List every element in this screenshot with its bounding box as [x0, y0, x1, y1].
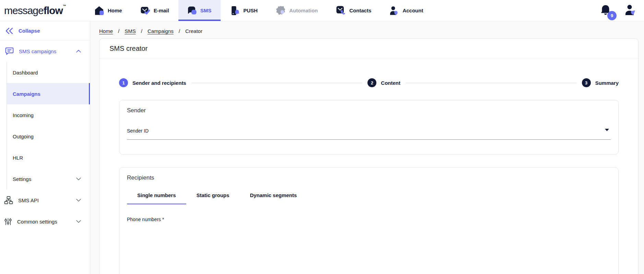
- step-content[interactable]: 2 Content: [367, 78, 400, 87]
- breadcrumb-creator: Creator: [185, 28, 202, 34]
- step-label: Sender and recipients: [132, 80, 186, 86]
- account-icon: [390, 6, 399, 15]
- nav-item-label: E-mail: [154, 8, 169, 13]
- user-menu-button[interactable]: [625, 4, 636, 17]
- tab-single-numbers[interactable]: Single numbers: [127, 189, 186, 204]
- sliders-icon: [4, 218, 12, 226]
- breadcrumb-home[interactable]: Home: [99, 28, 113, 34]
- tab-static-groups[interactable]: Static groups: [186, 189, 240, 204]
- nav-item-label: SMS: [200, 8, 212, 13]
- step-number: 1: [119, 78, 128, 87]
- step-label: Content: [381, 80, 400, 86]
- sitemap-icon: [4, 196, 13, 204]
- step-number: 3: [582, 78, 591, 87]
- recipients-tabs: Single numbers Static groups Dynamic seg…: [127, 189, 611, 204]
- sidebar-collapse-button[interactable]: Collapse: [0, 21, 90, 41]
- sidebar-item-campaigns[interactable]: Campaigns: [7, 83, 90, 104]
- recipients-heading: Recipients: [127, 174, 611, 181]
- chevron-down-icon: [76, 178, 81, 180]
- home-icon: [95, 6, 104, 15]
- breadcrumb-campaigns[interactable]: Campaigns: [148, 28, 174, 34]
- phone-numbers-label: Phone numbers *: [127, 217, 611, 222]
- nav-item-sms[interactable]: SMS: [178, 0, 221, 21]
- breadcrumb-separator: /: [118, 28, 119, 34]
- contacts-icon: [336, 6, 346, 15]
- double-chevron-left-icon: [5, 27, 13, 34]
- chat-bubble-icon: [5, 47, 14, 55]
- nav-item-label: Home: [108, 8, 122, 13]
- sidebar-item-incoming[interactable]: Incoming: [7, 104, 90, 126]
- navbar-right: 9: [600, 0, 644, 21]
- breadcrumb-separator: /: [179, 28, 180, 34]
- sender-heading: Sender: [127, 107, 611, 114]
- nav-item-contacts[interactable]: Contacts: [327, 0, 380, 21]
- sms-creator-card: SMS creator 1 Sender and recipients 2 Co…: [99, 38, 639, 274]
- page-title: SMS creator: [99, 39, 638, 58]
- wizard-stepper: 1 Sender and recipients 2 Content 3 Summ…: [119, 78, 619, 87]
- collapse-label: Collapse: [19, 28, 40, 34]
- chevron-up-icon: [76, 50, 81, 53]
- required-mark: *: [162, 217, 164, 222]
- sidebar-item-settings[interactable]: Settings: [7, 168, 90, 190]
- sidebar: Collapse SMS campaigns Dashboard Campaig…: [0, 21, 90, 274]
- sidebar-group-common-settings[interactable]: Common settings: [0, 211, 90, 232]
- sidebar-group-sms-campaigns[interactable]: SMS campaigns: [0, 41, 90, 62]
- nav-item-automation[interactable]: Automation: [267, 0, 327, 21]
- nav-item-label: Automation: [289, 8, 318, 13]
- sidebar-group-label: SMS API: [18, 197, 39, 203]
- avatar-icon: [625, 4, 636, 15]
- breadcrumb-separator: /: [141, 28, 142, 34]
- breadcrumb-sms[interactable]: SMS: [125, 28, 136, 34]
- nav-item-account[interactable]: Account: [380, 0, 432, 21]
- step-connector: [406, 83, 577, 83]
- sidebar-group-label: SMS campaigns: [19, 48, 56, 54]
- sidebar-submenu: Dashboard Campaigns Incoming Outgoing HL…: [7, 62, 90, 190]
- notification-badge: 9: [607, 11, 617, 20]
- automation-icon: [276, 6, 285, 15]
- step-label: Summary: [595, 80, 619, 86]
- step-sender-and-recipients[interactable]: 1 Sender and recipients: [119, 78, 186, 87]
- chevron-down-icon: [76, 220, 81, 223]
- sender-id-select[interactable]: Sender ID: [127, 128, 611, 140]
- nav-item-home[interactable]: Home: [86, 0, 131, 21]
- push-icon: [230, 6, 239, 15]
- sidebar-item-outgoing[interactable]: Outgoing: [7, 126, 90, 147]
- sidebar-item-dashboard[interactable]: Dashboard: [7, 62, 90, 83]
- recipients-panel: Recipients Single numbers Static groups …: [119, 167, 619, 274]
- sender-id-label: Sender ID: [127, 128, 149, 134]
- notifications-button[interactable]: 9: [600, 4, 612, 17]
- sms-icon: [188, 6, 197, 15]
- nav-item-email[interactable]: E-mail: [131, 0, 178, 21]
- nav-item-label: Account: [402, 8, 423, 13]
- caret-down-icon: [605, 129, 609, 131]
- sidebar-item-hlr[interactable]: HLR: [7, 147, 90, 168]
- brand-logo-text: message: [4, 5, 44, 16]
- tab-dynamic-segments[interactable]: Dynamic segments: [239, 189, 307, 204]
- sidebar-group-label: Common settings: [17, 219, 57, 225]
- top-navbar: messageflow™ Home E-mail SMS PUSH: [0, 0, 644, 21]
- breadcrumb: Home / SMS / Campaigns / Creator: [99, 28, 644, 34]
- nav-item-label: PUSH: [243, 8, 258, 13]
- chevron-down-icon: [76, 199, 81, 202]
- nav-item-push[interactable]: PUSH: [221, 0, 267, 21]
- step-summary[interactable]: 3 Summary: [582, 78, 619, 87]
- step-connector: [191, 83, 363, 83]
- email-icon: [141, 6, 150, 15]
- brand-logo[interactable]: messageflow™: [0, 0, 86, 21]
- sidebar-group-sms-api[interactable]: SMS API: [0, 190, 90, 211]
- nav-item-label: Contacts: [349, 8, 371, 13]
- main-content: Home / SMS / Campaigns / Creator SMS cre…: [90, 21, 644, 274]
- sender-panel: Sender Sender ID: [119, 100, 619, 155]
- step-number: 2: [367, 78, 376, 87]
- primary-nav: Home E-mail SMS PUSH Automation: [86, 0, 432, 21]
